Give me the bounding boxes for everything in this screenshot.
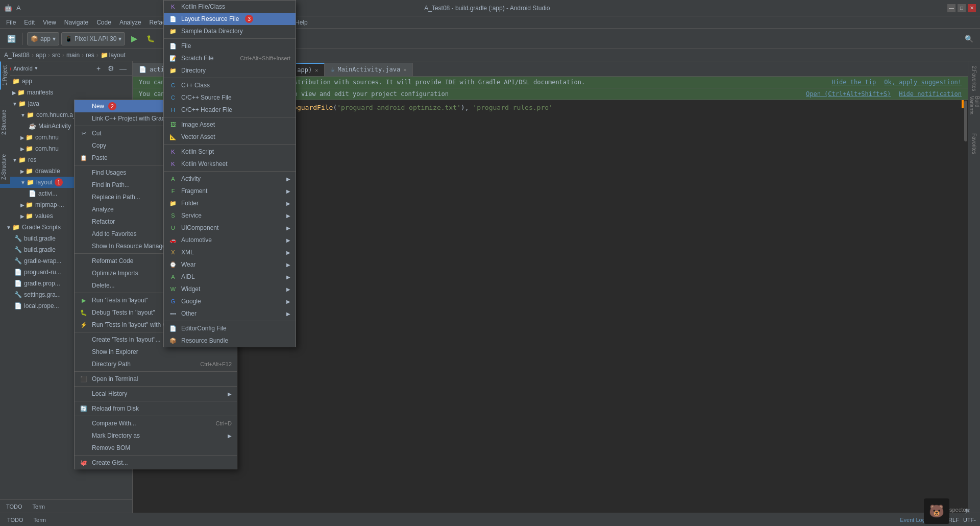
- ctx-show-explorer[interactable]: Show in Explorer: [75, 346, 237, 358]
- sub-aidl[interactable]: A AIDL ▶: [164, 271, 296, 283]
- sub-sample-data-label: Sample Data Directory: [181, 28, 243, 35]
- sub-file[interactable]: 📄 File: [164, 40, 296, 52]
- ctx-mark-dir[interactable]: Mark Directory as ▶: [75, 429, 237, 442]
- sub-sample-data[interactable]: 📁 Sample Data Directory: [164, 25, 296, 37]
- breadcrumb-layout[interactable]: 📁 layout: [101, 52, 126, 59]
- apply-suggestion-link[interactable]: Ok, apply suggestion!: [884, 79, 962, 86]
- sub-kotlin-file[interactable]: K Kotlin File/Class: [164, 1, 296, 13]
- sub-kotlin-worksheet[interactable]: K Kotlin Worksheet: [164, 158, 296, 170]
- menu-code[interactable]: Code: [92, 16, 115, 29]
- ctx-create-gist[interactable]: 🐙 Create Gist...: [75, 457, 237, 469]
- breadcrumb-res[interactable]: res: [86, 52, 94, 59]
- menu-view[interactable]: View: [39, 16, 60, 29]
- debug-btn[interactable]: 🐛: [143, 32, 158, 46]
- ctx-create-tests-label: Create 'Tests in 'layout''...: [92, 336, 161, 343]
- sub-cpp-header[interactable]: H C/C++ Header File: [164, 104, 296, 116]
- device-dropdown[interactable]: 📱 Pixel XL API 30 ▾: [61, 32, 125, 45]
- tree-label-com-hnu1: com.hnu: [35, 134, 59, 141]
- run-btn[interactable]: ▶: [127, 32, 141, 46]
- breadcrumb-app[interactable]: app: [36, 52, 46, 59]
- ctx-local-history[interactable]: Local History ▶: [75, 388, 237, 400]
- tree-arrow-java: ▼: [12, 101, 17, 107]
- editorconfig-icon: 📄: [169, 325, 177, 332]
- other-icon: •••: [169, 310, 177, 317]
- sub-other[interactable]: ••• Other ▶: [164, 307, 296, 320]
- ctx-open-terminal[interactable]: ⬛ Open in Terminal: [75, 373, 237, 385]
- sub-xml[interactable]: X XML ▶: [164, 246, 296, 258]
- project-side-btn[interactable]: 1:Project: [0, 61, 10, 89]
- status-right: Event Log 41:1 CRLF UTF- 🐻 英: [900, 517, 976, 523]
- vertical-scrollbar[interactable]: [964, 100, 968, 526]
- build-variants-icon[interactable]: Build Variants: [969, 96, 979, 127]
- sub-image-asset[interactable]: 🖼 Image Asset: [164, 118, 296, 131]
- window-controls[interactable]: — □ ✕: [947, 4, 976, 12]
- hide-tip-link[interactable]: Hide the tip: [832, 79, 876, 86]
- sub-vector-asset[interactable]: 📐 Vector Asset: [164, 131, 296, 143]
- menu-file[interactable]: File: [2, 16, 20, 29]
- ctx-show-resource-label: Show In Resource Manager: [92, 243, 168, 250]
- ctx-dir-path[interactable]: Directory Path Ctrl+Alt+F12: [75, 358, 237, 370]
- ctx-remove-bom[interactable]: Remove BOM: [75, 442, 237, 454]
- z-structure-side-btn[interactable]: Z-Structure: [0, 150, 10, 184]
- sub-layout-resource[interactable]: 📄 Layout Resource File 3: [164, 13, 296, 25]
- sub-scratch[interactable]: 📝 Scratch File Ctrl+Alt+Shift+Insert: [164, 52, 296, 64]
- todo-side-icon[interactable]: Favorites: [969, 129, 979, 159]
- breadcrumb-src[interactable]: src: [52, 52, 60, 59]
- sub-resource-bundle[interactable]: 📦 Resource Bundle: [164, 334, 296, 347]
- tree-label-java: java: [28, 100, 39, 107]
- breadcrumb-project[interactable]: A_Test08: [4, 52, 30, 59]
- ctx-run-tests-label: Run 'Tests in 'layout'': [92, 297, 149, 304]
- terminal-status[interactable]: Term: [31, 516, 49, 524]
- sub-other-arrow: ▶: [286, 311, 290, 317]
- activity-icon: A: [169, 176, 177, 182]
- tree-item-manifests[interactable]: ▶ 📁 manifests: [0, 87, 132, 98]
- tab-close-mainactivity[interactable]: ✕: [403, 67, 406, 73]
- sub-cpp-class[interactable]: C C++ Class: [164, 79, 296, 91]
- panel-settings-btn[interactable]: ⚙: [106, 63, 116, 74]
- back-btn[interactable]: 🔙: [4, 32, 18, 46]
- hide-notification-link[interactable]: Hide notification: [899, 90, 962, 98]
- sub-service[interactable]: S Service ▶: [164, 209, 296, 222]
- ctx-reload[interactable]: 🔄 Reload from Disk: [75, 402, 237, 415]
- sub-cpp-source[interactable]: C C/C++ Source File: [164, 91, 296, 104]
- search-everywhere-btn[interactable]: 🔍: [962, 32, 976, 46]
- favorites-icon[interactable]: 2:Favorites: [969, 63, 979, 94]
- sub-google[interactable]: G Google ▶: [164, 295, 296, 307]
- xml-menu-icon: X: [169, 249, 177, 255]
- structure-side-btn[interactable]: 2:Structure: [0, 106, 10, 139]
- sub-directory[interactable]: 📁 Directory: [164, 64, 296, 77]
- close-button[interactable]: ✕: [968, 4, 976, 12]
- event-log-link[interactable]: Event Log: [900, 517, 925, 523]
- sub-uicomponent[interactable]: U UiComponent ▶: [164, 222, 296, 234]
- tab-mainactivity[interactable]: ☕ MainActivity.java ✕: [325, 63, 413, 76]
- panel-dropdown-arrow[interactable]: ▾: [35, 65, 38, 71]
- sub-editorconfig[interactable]: 📄 EditorConfig File: [164, 322, 296, 334]
- sub-wear[interactable]: ⌚ Wear ▶: [164, 258, 296, 271]
- app-dropdown[interactable]: 📦 app ▾: [27, 32, 59, 45]
- todo-status[interactable]: TODO: [4, 516, 27, 524]
- terminal-tab[interactable]: Term: [29, 503, 49, 511]
- menu-edit[interactable]: Edit: [20, 16, 39, 29]
- sub-automotive[interactable]: 🚗 Automotive ▶: [164, 234, 296, 246]
- minimize-button[interactable]: —: [947, 4, 955, 12]
- sub-fragment[interactable]: F Fragment ▶: [164, 185, 296, 197]
- folder-icon-app: 📁: [12, 78, 20, 85]
- panel-minimize-btn[interactable]: —: [118, 63, 128, 74]
- ctx-reload-label: Reload from Disk: [92, 405, 139, 412]
- panel-add-btn[interactable]: +: [93, 63, 104, 74]
- tree-item-app[interactable]: ▼ 📁 app: [0, 76, 132, 87]
- tab-close-gradle[interactable]: ✕: [315, 67, 318, 73]
- breadcrumb-main[interactable]: main: [66, 52, 80, 59]
- sub-widget[interactable]: W Widget ▶: [164, 283, 296, 295]
- open-project-structure-link[interactable]: Open (Ctrl+Alt+Shift+S): [806, 90, 891, 98]
- ctx-create-gist-label: Create Gist...: [92, 459, 128, 466]
- sub-fragment-arrow: ▶: [286, 188, 290, 194]
- sub-kotlin-script[interactable]: K Kotlin Script: [164, 146, 296, 158]
- menu-navigate[interactable]: Navigate: [60, 16, 92, 29]
- sub-folder[interactable]: 📁 Folder ▶: [164, 197, 296, 209]
- menu-analyze[interactable]: Analyze: [115, 16, 145, 29]
- ctx-compare[interactable]: Compare With... Ctrl+D: [75, 417, 237, 429]
- sub-activity[interactable]: A Activity ▶: [164, 173, 296, 185]
- todo-tab[interactable]: TODO: [2, 503, 27, 511]
- maximize-button[interactable]: □: [958, 4, 966, 12]
